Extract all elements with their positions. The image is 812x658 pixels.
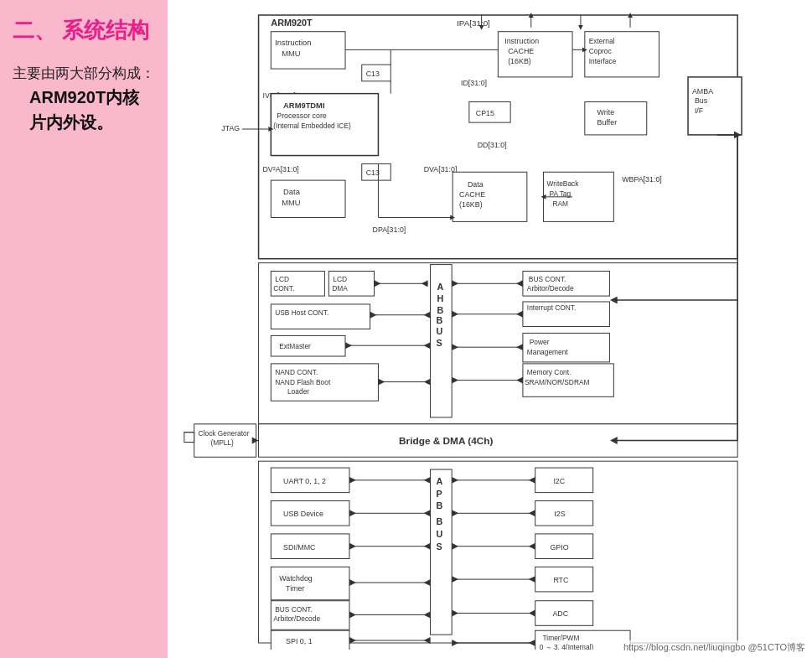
svg-text:DMA: DMA [332,284,348,293]
svg-text:ADC: ADC [552,609,568,618]
svg-text:BUS CONT.: BUS CONT. [529,275,566,283]
svg-text:JTAG: JTAG [221,124,240,132]
svg-text:B: B [436,516,442,526]
svg-rect-124 [184,433,194,443]
svg-text:C13: C13 [366,168,380,177]
svg-text:Processor core: Processor core [277,111,327,120]
svg-text:Power: Power [530,338,550,346]
svg-text:U: U [436,326,442,336]
svg-text:I/F: I/F [695,106,704,115]
svg-text:Bus: Bus [695,96,708,105]
svg-text:Data: Data [283,188,301,196]
svg-text:Data: Data [468,180,484,189]
svg-text:Arbitor/Decode: Arbitor/Decode [527,284,574,293]
svg-text:DVA[31:0]: DVA[31:0] [424,165,458,174]
svg-text:Timer: Timer [286,584,304,593]
svg-text:NAND Flash Boot: NAND Flash Boot [275,378,331,386]
svg-text:U: U [436,529,442,539]
svg-text:Instruction: Instruction [275,39,311,47]
svg-text:NAND CONT.: NAND CONT. [275,368,318,376]
svg-text:Write: Write [597,108,615,117]
svg-text:I2S: I2S [554,510,565,518]
svg-text:C13: C13 [366,70,380,78]
svg-text:B: B [436,500,442,510]
svg-text:Timer/PWM: Timer/PWM [543,634,580,642]
svg-text:P: P [436,489,442,499]
svg-text:Buffer: Buffer [597,118,618,127]
svg-text:AMBA: AMBA [692,87,713,96]
svg-text:(MPLL): (MPLL) [210,438,234,447]
svg-text:Bridge & DMA (4Ch): Bridge & DMA (4Ch) [399,435,493,447]
svg-text:0 ～ 3, 4(Internal): 0 ～ 3, 4(Internal) [540,643,594,650]
svg-text:UART 0, 1, 2: UART 0, 1, 2 [283,477,326,485]
svg-text:A: A [437,282,443,292]
svg-text:Instruction: Instruction [504,37,539,45]
svg-text:LCD: LCD [275,275,289,283]
section-desc-bold: ARM920T内核 片内外设。 [29,85,155,135]
svg-text:MMU: MMU [282,199,301,207]
svg-text:H: H [437,293,443,303]
svg-text:ARM920T: ARM920T [271,18,313,28]
svg-text:USB Host CONT.: USB Host CONT. [275,308,328,317]
svg-text:IPA[31:0]: IPA[31:0] [457,18,490,28]
svg-text:(Internal Embedded ICE): (Internal Embedded ICE) [273,122,351,130]
svg-text:S: S [436,541,442,552]
svg-text:RAM: RAM [552,199,568,208]
svg-text:B: B [437,305,443,315]
svg-text:Management: Management [527,348,568,356]
svg-text:SRAM/NOR/SDRAM: SRAM/NOR/SDRAM [525,378,590,386]
svg-text:DV²A[31:0]: DV²A[31:0] [262,165,298,174]
svg-text:Interrupt CONT.: Interrupt CONT. [527,303,577,312]
watermark: https://blog.csdn.net/liuqingbo @51CTO博客 [620,640,809,655]
svg-text:GPIO: GPIO [550,543,568,552]
svg-text:S: S [436,338,442,348]
arch-svg: ARM920T IPA[31:0] Instruction MMU Instru… [176,8,804,650]
svg-text:LCD: LCD [333,275,347,283]
svg-text:SPI 0, 1: SPI 0, 1 [286,637,313,645]
svg-rect-168 [271,567,349,599]
svg-text:ARM9TDMI: ARM9TDMI [283,101,324,110]
svg-text:BUS CONT.: BUS CONT. [275,605,313,614]
svg-text:B: B [436,315,442,325]
svg-text:(16KB): (16KB) [508,57,531,65]
svg-text:Watchdog: Watchdog [279,574,313,583]
svg-text:CP15: CP15 [476,109,494,117]
svg-text:USB Device: USB Device [283,510,323,518]
svg-text:WBPA[31:0]: WBPA[31:0] [622,175,662,184]
svg-text:RTC: RTC [553,576,569,584]
svg-text:DPA[31:0]: DPA[31:0] [373,225,406,234]
svg-text:Coproc: Coproc [589,47,612,55]
svg-text:CACHE: CACHE [508,47,534,55]
section-desc: 主要由两大部分构成： [13,62,155,85]
svg-text:WriteBack: WriteBack [547,179,580,188]
svg-text:External: External [589,37,615,45]
svg-text:ExtMaster: ExtMaster [279,342,311,350]
svg-text:Clock Generator: Clock Generator [199,429,250,438]
svg-text:A: A [436,476,442,486]
svg-text:Loader: Loader [287,387,309,396]
svg-text:ID[31:0]: ID[31:0] [461,79,487,87]
left-panel: 二、 系统结构 主要由两大部分构成： ARM920T内核 片内外设。 [0,0,168,658]
svg-text:Arbitor/Decode: Arbitor/Decode [273,614,320,623]
svg-text:(16KB): (16KB) [459,200,483,209]
svg-text:Memory Cont.: Memory Cont. [527,368,572,376]
svg-text:CONT.: CONT. [273,284,294,293]
svg-text:CACHE: CACHE [459,190,485,199]
svg-text:MMU: MMU [282,49,301,58]
right-panel: ARM920T IPA[31:0] Instruction MMU Instru… [168,0,812,658]
svg-text:Interface: Interface [589,57,617,65]
section-title: 二、 系统结构 [13,17,155,45]
svg-text:DD[31:0]: DD[31:0] [478,141,507,149]
svg-text:I2C: I2C [553,477,565,485]
architecture-diagram: ARM920T IPA[31:0] Instruction MMU Instru… [176,8,804,650]
svg-text:SDI/MMC: SDI/MMC [283,543,316,552]
